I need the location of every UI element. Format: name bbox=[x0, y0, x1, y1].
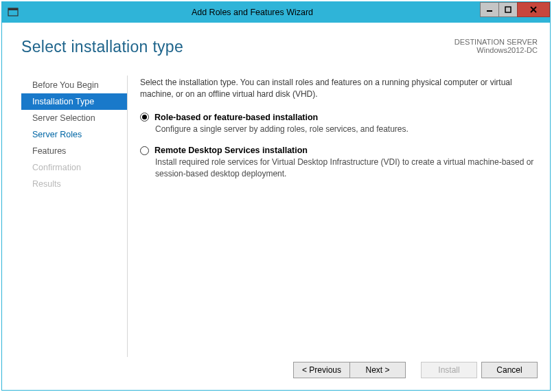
radio-remote-desktop[interactable] bbox=[140, 146, 149, 155]
sidebar-item-confirmation: Confirmation bbox=[21, 159, 127, 176]
option-desc: Install required role services for Virtu… bbox=[155, 157, 535, 180]
body: Before You Begin Installation Type Serve… bbox=[21, 76, 538, 357]
option-title: Role-based or feature-based installation bbox=[154, 113, 318, 122]
content-area: Select installation type DESTINATION SER… bbox=[2, 23, 550, 357]
intro-text: Select the installation type. You can in… bbox=[140, 77, 535, 100]
sidebar-item-features[interactable]: Features bbox=[21, 143, 127, 159]
nav-button-group: < Previous Next > bbox=[293, 362, 406, 378]
main-panel: Select the installation type. You can in… bbox=[128, 76, 538, 357]
sidebar-item-before-you-begin[interactable]: Before You Begin bbox=[21, 77, 127, 93]
footer: < Previous Next > Install Cancel bbox=[2, 357, 550, 390]
radio-role-based[interactable] bbox=[140, 113, 149, 122]
sidebar-item-results: Results bbox=[21, 176, 127, 192]
header-row: Select installation type DESTINATION SER… bbox=[21, 38, 538, 56]
cancel-button[interactable]: Cancel bbox=[481, 362, 538, 378]
maximize-button[interactable] bbox=[498, 2, 518, 17]
app-icon bbox=[8, 7, 19, 18]
install-button: Install bbox=[421, 362, 477, 378]
svg-rect-1 bbox=[8, 8, 18, 10]
option-title: Remote Desktop Services installation bbox=[154, 146, 308, 155]
wizard-window: Add Roles and Features Wizard Select ins… bbox=[1, 1, 551, 391]
titlebar[interactable]: Add Roles and Features Wizard bbox=[2, 2, 550, 23]
page-title: Select installation type bbox=[21, 38, 183, 56]
sidebar-item-installation-type[interactable]: Installation Type bbox=[21, 93, 127, 110]
minimize-button[interactable] bbox=[480, 2, 499, 17]
option-desc: Configure a single server by adding role… bbox=[155, 124, 535, 135]
option-role-based[interactable]: Role-based or feature-based installation… bbox=[140, 113, 535, 135]
window-title: Add Roles and Features Wizard bbox=[24, 8, 481, 17]
svg-rect-3 bbox=[505, 7, 511, 12]
window-buttons bbox=[481, 2, 550, 23]
option-remote-desktop[interactable]: Remote Desktop Services installation Ins… bbox=[140, 146, 535, 180]
sidebar-item-server-roles[interactable]: Server Roles bbox=[21, 126, 127, 143]
sidebar: Before You Begin Installation Type Serve… bbox=[21, 76, 128, 357]
destination-name: Windows2012-DC bbox=[455, 46, 538, 54]
sidebar-item-server-selection[interactable]: Server Selection bbox=[21, 110, 127, 126]
previous-button[interactable]: < Previous bbox=[293, 362, 349, 378]
destination-info: DESTINATION SERVER Windows2012-DC bbox=[455, 38, 538, 54]
next-button[interactable]: Next > bbox=[349, 362, 406, 378]
close-button[interactable] bbox=[517, 2, 550, 17]
destination-label: DESTINATION SERVER bbox=[455, 38, 538, 46]
